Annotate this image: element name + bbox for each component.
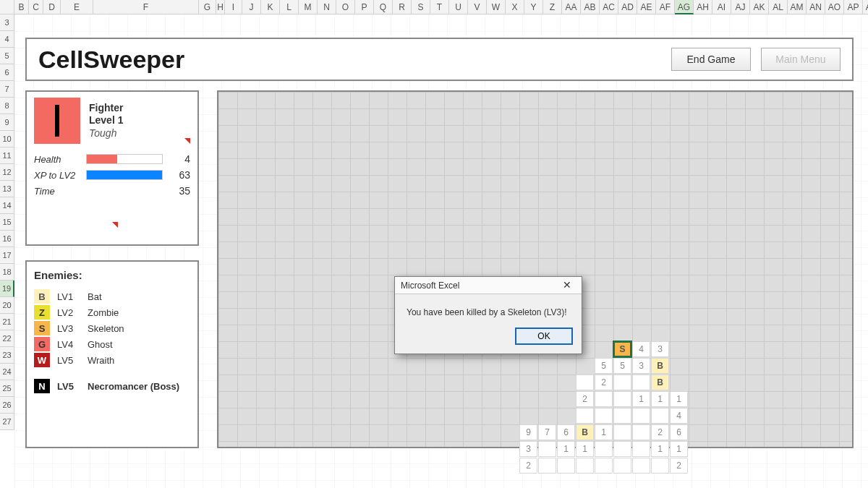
col-header-Q[interactable]: Q bbox=[374, 0, 393, 14]
board-cell[interactable] bbox=[595, 458, 613, 474]
col-header-K[interactable]: K bbox=[261, 0, 280, 14]
board-cell[interactable]: 2 bbox=[576, 391, 594, 407]
board-cell[interactable] bbox=[632, 458, 650, 474]
row-header-13[interactable]: 13 bbox=[0, 181, 14, 197]
col-header-L[interactable]: L bbox=[280, 0, 299, 14]
col-header-AC[interactable]: AC bbox=[600, 0, 618, 14]
col-header-AM[interactable]: AM bbox=[788, 0, 807, 14]
col-header-AN[interactable]: AN bbox=[807, 0, 825, 14]
col-header-AL[interactable]: AL bbox=[769, 0, 788, 14]
board-cell[interactable]: 4 bbox=[632, 341, 650, 357]
col-header-D[interactable]: D bbox=[43, 0, 61, 14]
board-cell[interactable] bbox=[613, 374, 631, 390]
col-header-B[interactable]: B bbox=[14, 0, 29, 14]
board-cell[interactable] bbox=[595, 408, 613, 424]
col-header-J[interactable]: J bbox=[242, 0, 261, 14]
board-cell[interactable] bbox=[613, 424, 631, 440]
col-header-X[interactable]: X bbox=[506, 0, 524, 14]
row-header-22[interactable]: 22 bbox=[0, 330, 14, 347]
board-cell[interactable]: 1 bbox=[632, 391, 650, 407]
row-header-14[interactable]: 14 bbox=[0, 197, 14, 214]
col-header-AO[interactable]: AO bbox=[825, 0, 844, 14]
col-header-O[interactable]: O bbox=[336, 0, 355, 14]
row-header-16[interactable]: 16 bbox=[0, 231, 14, 247]
board-cell[interactable]: 1 bbox=[576, 441, 594, 457]
board-cell[interactable] bbox=[613, 458, 631, 474]
board-cell[interactable]: 6 bbox=[670, 424, 688, 440]
board-cell[interactable] bbox=[632, 374, 650, 390]
board-cell[interactable] bbox=[576, 458, 594, 474]
col-header-AH[interactable]: AH bbox=[694, 0, 712, 14]
row-header-24[interactable]: 24 bbox=[0, 364, 14, 380]
ok-button[interactable]: OK bbox=[515, 328, 573, 345]
board-cell[interactable]: 1 bbox=[595, 424, 613, 440]
row-header-11[interactable]: 11 bbox=[0, 147, 14, 164]
board-cell[interactable]: 6 bbox=[557, 424, 575, 440]
board-cell[interactable]: 1 bbox=[651, 391, 669, 407]
board-enemy-B[interactable]: B bbox=[576, 424, 594, 440]
col-header-C[interactable]: C bbox=[29, 0, 43, 14]
col-header-AF[interactable]: AF bbox=[656, 0, 675, 14]
close-icon[interactable]: ✕ bbox=[557, 278, 577, 293]
board-cell[interactable]: 3 bbox=[632, 358, 650, 374]
col-header-AP[interactable]: AP bbox=[844, 0, 863, 14]
board-cell[interactable]: 4 bbox=[670, 408, 688, 424]
col-header-F[interactable]: F bbox=[93, 0, 199, 14]
board-cell[interactable] bbox=[613, 391, 631, 407]
game-board[interactable]: S43553B2B21114976B1263111122 bbox=[217, 90, 854, 448]
row-header-6[interactable]: 6 bbox=[0, 64, 14, 81]
row-header-7[interactable]: 7 bbox=[0, 81, 14, 98]
row-header-12[interactable]: 12 bbox=[0, 164, 14, 181]
row-header-17[interactable]: 17 bbox=[0, 247, 14, 264]
board-cell[interactable]: 2 bbox=[595, 374, 613, 390]
row-header-15[interactable]: 15 bbox=[0, 214, 14, 231]
row-header-27[interactable]: 27 bbox=[0, 414, 14, 430]
board-cell[interactable] bbox=[557, 458, 575, 474]
row-header-8[interactable]: 8 bbox=[0, 98, 14, 114]
row-header-23[interactable]: 23 bbox=[0, 347, 14, 364]
row-header-10[interactable]: 10 bbox=[0, 131, 14, 147]
board-cell[interactable]: 3 bbox=[519, 441, 537, 457]
row-header-4[interactable]: 4 bbox=[0, 31, 14, 48]
row-header-25[interactable]: 25 bbox=[0, 380, 14, 397]
board-cell[interactable] bbox=[595, 391, 613, 407]
board-enemy-B[interactable]: B bbox=[651, 374, 669, 390]
board-cell[interactable]: 2 bbox=[670, 458, 688, 474]
col-header-AA[interactable]: AA bbox=[562, 0, 581, 14]
board-cell[interactable] bbox=[613, 408, 631, 424]
board-enemy-S[interactable]: S bbox=[613, 341, 631, 357]
board-cell[interactable] bbox=[651, 458, 669, 474]
col-header-I[interactable]: I bbox=[225, 0, 242, 14]
col-header-S[interactable]: S bbox=[412, 0, 430, 14]
col-header-R[interactable]: R bbox=[393, 0, 412, 14]
end-game-button[interactable]: End Game bbox=[671, 48, 751, 71]
board-cell[interactable]: 2 bbox=[651, 424, 669, 440]
col-header-AQ[interactable]: AQ bbox=[863, 0, 868, 14]
board-cell[interactable] bbox=[576, 374, 594, 390]
board-cell[interactable] bbox=[538, 458, 556, 474]
col-header-AI[interactable]: AI bbox=[712, 0, 731, 14]
row-header-18[interactable]: 18 bbox=[0, 264, 14, 281]
board-cell[interactable] bbox=[538, 441, 556, 457]
col-header-U[interactable]: U bbox=[449, 0, 468, 14]
col-header-P[interactable]: P bbox=[355, 0, 374, 14]
board-cell[interactable]: 3 bbox=[651, 341, 669, 357]
board-cell[interactable] bbox=[651, 408, 669, 424]
board-cell[interactable]: 7 bbox=[538, 424, 556, 440]
row-header-26[interactable]: 26 bbox=[0, 397, 14, 414]
board-cell[interactable] bbox=[632, 424, 650, 440]
board-cell[interactable] bbox=[576, 408, 594, 424]
board-enemy-B[interactable]: B bbox=[651, 358, 669, 374]
col-header-M[interactable]: M bbox=[299, 0, 318, 14]
board-cell[interactable]: 9 bbox=[519, 424, 537, 440]
board-cell[interactable]: 5 bbox=[595, 358, 613, 374]
board-cell[interactable]: 5 bbox=[613, 358, 631, 374]
board-cell[interactable]: 1 bbox=[557, 441, 575, 457]
board-cell[interactable]: 1 bbox=[651, 441, 669, 457]
board-cell[interactable] bbox=[595, 441, 613, 457]
col-header-T[interactable]: T bbox=[430, 0, 449, 14]
col-header-AE[interactable]: AE bbox=[637, 0, 656, 14]
board-cell[interactable]: 1 bbox=[670, 441, 688, 457]
col-header-Z[interactable]: Z bbox=[543, 0, 562, 14]
col-header-Y[interactable]: Y bbox=[524, 0, 543, 14]
